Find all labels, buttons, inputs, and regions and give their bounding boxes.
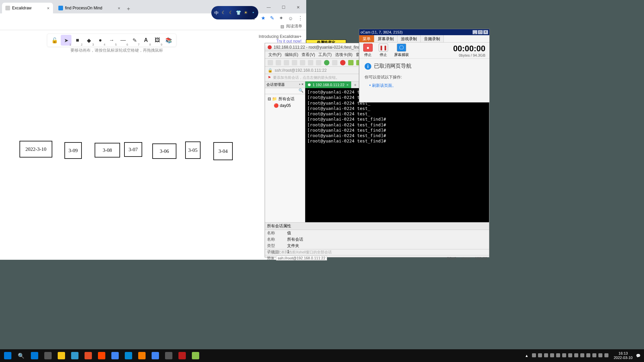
close-button[interactable]: ✕ bbox=[291, 3, 305, 11]
terminal-tab[interactable]: 1 192.168.0.111:22 × bbox=[305, 81, 351, 88]
tray-icon[interactable] bbox=[544, 353, 548, 357]
taskbar-app[interactable] bbox=[122, 350, 135, 361]
close-icon[interactable]: × bbox=[118, 6, 120, 11]
toolbar-icon[interactable] bbox=[332, 60, 337, 65]
menu-icon[interactable]: ⋮ bbox=[298, 15, 303, 21]
tray-icon[interactable]: ▲ bbox=[525, 354, 529, 358]
toolbar-icon[interactable] bbox=[348, 60, 354, 65]
menu-tabs[interactable]: 选项卡(B) bbox=[334, 52, 354, 58]
tab-processon[interactable]: find ProcessOn Mind × bbox=[55, 3, 124, 13]
toolbar-icon[interactable] bbox=[292, 60, 297, 65]
terminal-output[interactable]: [root@yuanlai-0224 test_ [root@yuanlai-0… bbox=[305, 88, 489, 222]
menu-tools[interactable]: 工具(T) bbox=[317, 52, 333, 58]
tray-icon[interactable] bbox=[586, 353, 590, 357]
canvas-box[interactable]: 3-06 bbox=[152, 143, 176, 159]
refresh-link[interactable]: • 刷新该页面。 bbox=[365, 83, 484, 88]
taskbar-app[interactable] bbox=[109, 350, 121, 361]
new-tab-button[interactable]: ＋ bbox=[124, 4, 133, 13]
line-tool[interactable]: —6 bbox=[118, 35, 128, 46]
tree-item-day05[interactable]: 🔴 day05 bbox=[266, 103, 304, 109]
selection-tool[interactable]: ➤1 bbox=[61, 35, 71, 46]
close-button[interactable]: × bbox=[483, 30, 488, 34]
canvas-box[interactable]: 3-05 bbox=[185, 141, 201, 159]
tray-icon[interactable] bbox=[604, 353, 608, 357]
toolbar-icon[interactable] bbox=[324, 60, 329, 65]
maximize-button[interactable]: □ bbox=[478, 30, 483, 34]
theme-pill[interactable]: 中 ☾ ☾ 👕 ☀ • bbox=[211, 6, 258, 19]
tray-icon[interactable] bbox=[538, 353, 542, 357]
canvas-box[interactable]: 3-08 bbox=[95, 143, 120, 158]
image-tool[interactable]: 🖼9 bbox=[152, 35, 163, 46]
new-terminal-tab[interactable]: ＋ bbox=[351, 81, 359, 88]
send-hint[interactable]: ➤ 发送文本到当前Xshell窗口的全部会话 bbox=[265, 249, 489, 255]
taskbar-app[interactable] bbox=[55, 350, 68, 361]
start-button[interactable] bbox=[1, 350, 14, 361]
canvas-box[interactable]: 3-04 bbox=[213, 142, 233, 160]
rectangle-tool[interactable]: ■2 bbox=[72, 35, 83, 46]
tray-icon[interactable] bbox=[592, 353, 596, 357]
taskbar-app[interactable] bbox=[149, 350, 162, 361]
maximize-button[interactable]: ☐ bbox=[277, 3, 290, 11]
record-button[interactable]: ● 停止 bbox=[363, 44, 373, 57]
toolbar-icon[interactable] bbox=[268, 60, 273, 65]
clock[interactable]: 16:13 2022-03-10 bbox=[614, 351, 633, 360]
toolbar-icon[interactable] bbox=[300, 60, 305, 65]
tray-icon[interactable] bbox=[550, 353, 554, 357]
star-icon[interactable]: ★ bbox=[261, 15, 265, 21]
lock-tool[interactable]: 🔓 bbox=[49, 35, 60, 46]
tray-icon[interactable] bbox=[568, 353, 572, 357]
canvas-box[interactable]: 3-09 bbox=[64, 142, 82, 159]
tab-game-rec[interactable]: 游戏录制 bbox=[397, 35, 421, 42]
excalidraw-canvas[interactable]: 🔓 ➤1 ■2 ◆3 ●4 →5 —6 ✎7 A8 🖼9 📚 要移动画布，请按住… bbox=[0, 30, 306, 260]
tab-excalidraw[interactable]: Excalidraw × bbox=[2, 3, 53, 13]
taskbar-app[interactable] bbox=[176, 350, 189, 361]
notifications-icon[interactable]: 💬 bbox=[636, 354, 641, 358]
arrow-tool[interactable]: →5 bbox=[106, 35, 117, 46]
ellipse-tool[interactable]: ●4 bbox=[95, 35, 106, 46]
toolbar-icon[interactable] bbox=[340, 60, 345, 65]
reading-list-label[interactable]: 阅读清单 bbox=[286, 23, 302, 29]
tab-audio-rec[interactable]: 音频录制 bbox=[421, 35, 444, 42]
menu-view[interactable]: 查看(V) bbox=[300, 52, 316, 58]
tab-screen-rec[interactable]: 屏幕录制 bbox=[374, 35, 397, 42]
taskbar-app[interactable] bbox=[95, 350, 108, 361]
taskbar-app[interactable] bbox=[28, 350, 41, 361]
taskbar-app[interactable] bbox=[162, 350, 175, 361]
leaf-icon[interactable]: ✎ bbox=[270, 15, 274, 21]
diamond-tool[interactable]: ◆3 bbox=[84, 35, 94, 46]
close-icon[interactable]: × bbox=[47, 6, 50, 11]
canvas-box[interactable]: 2022-3-10 bbox=[19, 141, 52, 158]
close-icon[interactable]: × bbox=[346, 83, 348, 87]
extensions-icon[interactable]: ✦ bbox=[279, 15, 283, 21]
tray-icon[interactable] bbox=[562, 353, 566, 357]
menu-file[interactable]: 文件(F) bbox=[267, 52, 283, 58]
tray-icon[interactable] bbox=[580, 353, 584, 357]
library-tool[interactable]: 📚 bbox=[163, 35, 174, 46]
canvas-box[interactable]: 3-07 bbox=[124, 142, 142, 157]
toolbar-icon[interactable] bbox=[316, 60, 321, 65]
toolbar-icon[interactable] bbox=[276, 60, 281, 65]
pin-icon[interactable]: ▫ × bbox=[299, 82, 304, 87]
minimize-button[interactable]: — bbox=[262, 3, 275, 11]
search-button[interactable]: 🔍 bbox=[15, 350, 28, 361]
profile-icon[interactable]: ☺ bbox=[288, 15, 293, 21]
capture-button[interactable]: 🖵 屏幕捕获 bbox=[394, 44, 409, 57]
tray-icon[interactable] bbox=[598, 353, 602, 357]
taskbar-app[interactable] bbox=[136, 350, 148, 361]
tab-menu[interactable]: 菜单 bbox=[359, 35, 374, 42]
search-icon[interactable] bbox=[308, 60, 313, 65]
draw-tool[interactable]: ✎7 bbox=[129, 35, 140, 46]
taskbar-app[interactable] bbox=[68, 350, 81, 361]
reading-list-icon[interactable]: ▤ bbox=[280, 24, 284, 29]
tray-icon[interactable] bbox=[556, 353, 560, 357]
text-tool[interactable]: A8 bbox=[141, 35, 151, 46]
tray-icon[interactable] bbox=[532, 353, 536, 357]
taskbar-app[interactable] bbox=[189, 350, 202, 361]
search-icon[interactable]: 🔍 bbox=[299, 88, 304, 93]
tray-icon[interactable] bbox=[574, 353, 578, 357]
tree-root[interactable]: ⊟ 📁 所有会话 bbox=[266, 96, 304, 103]
minimize-button[interactable]: _ bbox=[473, 30, 477, 34]
menu-edit[interactable]: 编辑(E) bbox=[283, 52, 300, 58]
taskbar-app[interactable] bbox=[82, 350, 95, 361]
toolbar-icon[interactable] bbox=[284, 60, 289, 65]
